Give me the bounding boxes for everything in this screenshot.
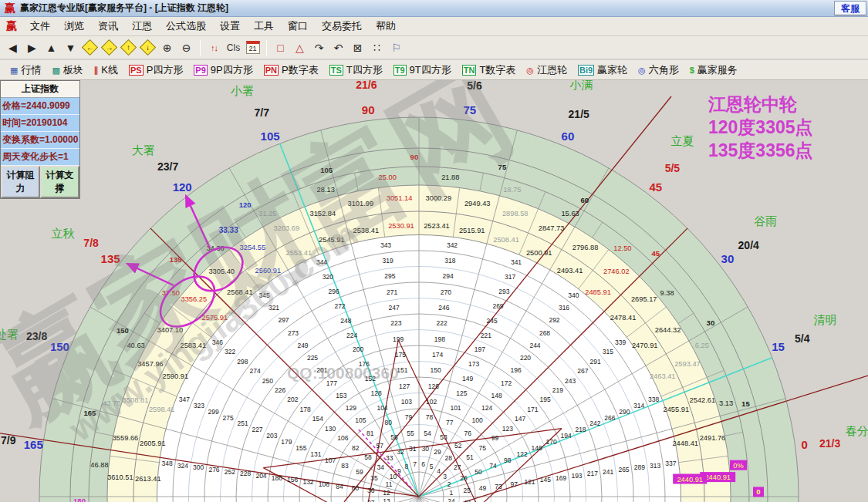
menu-item-6[interactable]: 工具 — [247, 17, 281, 35]
svg-text:292: 292 — [549, 316, 559, 324]
svg-text:82: 82 — [352, 444, 360, 452]
svg-text:348: 348 — [162, 460, 173, 467]
up-icon[interactable]: ▲ — [42, 39, 61, 57]
winner-wheel-button[interactable]: Bi9赢家轮 — [572, 62, 633, 79]
sectors-button[interactable]: ▩板块 — [46, 62, 88, 79]
toolbar-separator — [200, 40, 201, 56]
kline-button[interactable]: ∥K线 — [89, 62, 123, 79]
instrument-name: 上证指数 — [1, 81, 79, 98]
gann-wheel-button[interactable]: ◎江恩轮 — [521, 62, 572, 79]
menu-item-4[interactable]: 公式选股 — [159, 17, 213, 35]
svg-text:0%: 0% — [733, 462, 743, 470]
svg-text:323: 323 — [194, 402, 204, 409]
svg-text:13: 13 — [383, 497, 390, 502]
svg-text:272: 272 — [334, 302, 345, 310]
svg-text:165: 165 — [24, 438, 43, 451]
square-tool-icon[interactable]: □ — [271, 39, 290, 57]
forward-icon[interactable]: ▶ — [22, 39, 42, 57]
svg-text:6: 6 — [421, 460, 425, 468]
svg-text:2545.91: 2545.91 — [319, 236, 345, 244]
svg-text:148: 148 — [491, 392, 502, 399]
pan-up-icon[interactable]: ↑ — [119, 39, 138, 57]
menu-item-9[interactable]: 帮助 — [369, 17, 403, 35]
svg-text:251: 251 — [238, 419, 248, 427]
menu-item-7[interactable]: 窗口 — [281, 17, 315, 35]
zoom-out-icon[interactable]: ⊖ — [177, 39, 196, 57]
svg-text:78: 78 — [426, 413, 434, 421]
svg-text:250: 250 — [262, 377, 273, 385]
rotate-cw-icon[interactable]: ↷ — [309, 39, 329, 57]
svg-text:105: 105 — [320, 166, 333, 174]
svg-text:83: 83 — [341, 462, 349, 470]
svg-text:200: 200 — [353, 345, 363, 353]
instrument-panel: 上证指数 价格=2440.9099 时间=20190104 变换系数=1.000… — [0, 80, 80, 199]
9p-square-button[interactable]: P99P四方形 — [188, 62, 258, 79]
zoom-in-icon[interactable]: ⊕ — [157, 39, 177, 57]
svg-text:105: 105 — [261, 130, 280, 143]
cls-button[interactable]: Cls — [224, 39, 243, 57]
calc-support-button[interactable]: 计算支撑 — [40, 166, 79, 198]
menu-item-0[interactable]: 文件 — [23, 17, 57, 35]
p-square-button[interactable]: PSP四方形 — [123, 62, 188, 79]
svg-text:7/7: 7/7 — [254, 106, 269, 119]
center-view-icon[interactable]: ∷ — [367, 39, 387, 57]
main-toolbar: ◀▶▲▼←→↑↓⊕⊖↑↓Cls21□△↷↶⊠∷⚐ — [0, 36, 868, 59]
svg-text:244: 244 — [529, 342, 540, 349]
triangle-tool-icon[interactable]: △ — [290, 39, 309, 57]
svg-text:199: 199 — [393, 335, 404, 343]
menu-item-1[interactable]: 浏览 — [57, 17, 91, 35]
svg-text:53: 53 — [440, 433, 448, 441]
calc-resistance-button[interactable]: 计算阻力 — [1, 166, 40, 198]
rotate-ccw-icon[interactable]: ↶ — [329, 39, 348, 57]
hexagon-button[interactable]: ◎六角形 — [633, 62, 684, 79]
svg-text:5/6: 5/6 — [467, 80, 482, 92]
svg-text:108: 108 — [319, 480, 329, 488]
t-table-button[interactable]: TNT数字表 — [457, 62, 522, 79]
svg-text:155: 155 — [296, 444, 306, 452]
svg-text:33: 33 — [386, 454, 393, 462]
svg-text:10: 10 — [390, 473, 397, 480]
toolbar-separator — [266, 40, 267, 56]
svg-text:43.75: 43.75 — [103, 399, 120, 407]
svg-text:2560.91: 2560.91 — [255, 267, 282, 275]
svg-text:2530.91: 2530.91 — [388, 222, 414, 230]
customer-service-button[interactable]: 客服 — [834, 1, 866, 15]
marked-grid-icon[interactable]: ⊠ — [348, 39, 367, 57]
svg-text:223: 223 — [390, 319, 401, 327]
svg-text:276: 276 — [208, 466, 219, 473]
screen-flag-icon[interactable]: ⚐ — [387, 39, 406, 57]
svg-text:124: 124 — [481, 404, 492, 412]
svg-text:100: 100 — [472, 416, 483, 424]
app-logo-icon: 赢 — [5, 2, 15, 15]
menu-item-5[interactable]: 设置 — [213, 17, 247, 35]
svg-text:33.33: 33.33 — [219, 226, 238, 234]
svg-text:298: 298 — [237, 358, 248, 366]
winner-service-button[interactable]: $赢家服务 — [684, 62, 743, 79]
menu-item-2[interactable]: 资讯 — [91, 17, 125, 35]
pan-right-icon[interactable]: → — [100, 39, 119, 57]
9t-square-button[interactable]: T99T四方形 — [388, 62, 457, 79]
menu-item-8[interactable]: 交易委托 — [315, 17, 369, 35]
svg-text:2508.41: 2508.41 — [493, 236, 519, 244]
p-table-button[interactable]: PNP数字表 — [258, 62, 324, 79]
back-icon[interactable]: ◀ — [3, 39, 22, 57]
menu-item-3[interactable]: 江恩 — [125, 17, 159, 35]
t-square-button[interactable]: TST四方形 — [324, 62, 388, 79]
svg-text:54: 54 — [424, 430, 431, 437]
svg-text:1: 1 — [450, 489, 454, 497]
svg-text:12: 12 — [383, 489, 390, 497]
svg-text:26: 26 — [460, 474, 468, 482]
svg-text:56: 56 — [390, 433, 398, 441]
pan-down-icon[interactable]: ↓ — [138, 39, 157, 57]
down-icon[interactable]: ▼ — [61, 39, 80, 57]
pan-left-icon[interactable]: ← — [80, 39, 100, 57]
quotes-button[interactable]: ▦行情 — [5, 62, 46, 79]
svg-text:2644.32: 2644.32 — [655, 326, 681, 334]
svg-text:321: 321 — [269, 304, 279, 312]
svg-text:21/5: 21/5 — [569, 108, 589, 120]
svg-text:50: 50 — [475, 468, 482, 476]
calendar-icon[interactable]: 21 — [243, 39, 262, 57]
svg-text:147: 147 — [515, 415, 525, 423]
t-scale-icon[interactable]: ↑↓ — [204, 39, 224, 57]
svg-text:2538.41: 2538.41 — [353, 227, 379, 234]
